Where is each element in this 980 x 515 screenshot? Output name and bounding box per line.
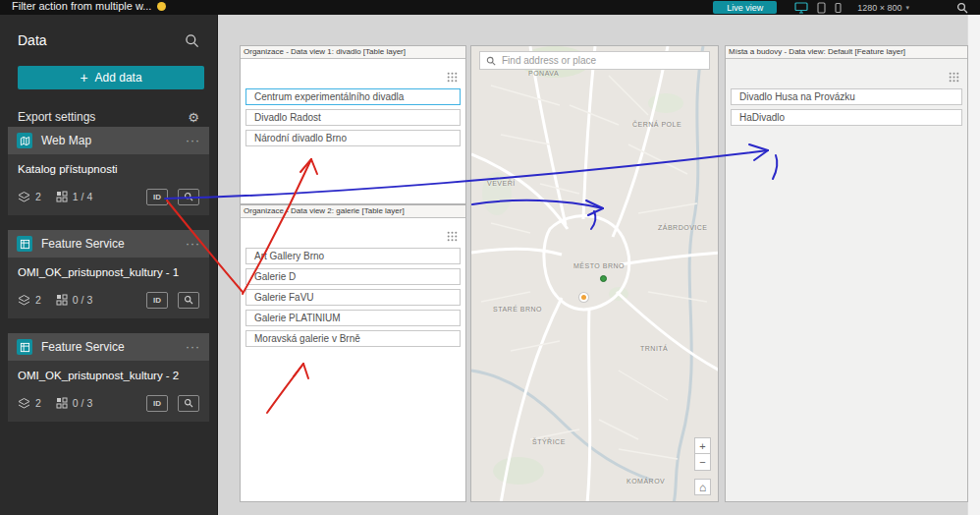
widget-label: Organizace - Data view 1: divadlo [Table… xyxy=(241,46,465,59)
data-source-title: OMI_OK_pristupnost_kultury - 2 xyxy=(18,370,199,381)
list-item[interactable]: HaDivadlo xyxy=(731,109,962,126)
data-card-header[interactable]: Feature Service ··· xyxy=(8,230,209,258)
grid-dots-icon xyxy=(949,69,959,86)
selection-count: 0 / 3 xyxy=(73,294,92,306)
layers-icon xyxy=(18,294,30,307)
list-item[interactable]: Divadlo Radost xyxy=(245,109,461,126)
more-options-button[interactable]: ··· xyxy=(186,340,200,354)
selection-icon xyxy=(56,191,68,202)
resolution-select[interactable]: 1280 × 800 ▾ xyxy=(857,3,909,13)
list-item[interactable]: Národní divadlo Brno xyxy=(245,130,461,146)
map-label: ŠTÝŘICE xyxy=(532,438,566,445)
data-card-feature-2: Feature Service ··· OMI_OK_pristupnost_k… xyxy=(8,333,209,422)
data-card-header[interactable]: Feature Service ··· xyxy=(8,333,209,361)
map-search-box[interactable] xyxy=(479,51,710,70)
zoom-out-button[interactable]: − xyxy=(694,454,711,471)
data-panel: Data + Add data Export settings ⚙ Web Ma… xyxy=(0,15,218,515)
data-type-label: Feature Service xyxy=(41,237,186,251)
data-type-label: Web Map xyxy=(41,134,186,147)
resolution-value: 1280 × 800 xyxy=(857,3,901,13)
zoom-to-data-button[interactable] xyxy=(178,189,199,205)
smiley-icon xyxy=(157,2,166,11)
webmap-icon xyxy=(17,133,32,148)
feature-service-icon xyxy=(17,236,32,252)
home-button[interactable]: ⌂ xyxy=(694,479,711,495)
caret-down-icon: ▾ xyxy=(905,4,909,12)
page-title: Filter action from multiple w... xyxy=(12,0,151,12)
live-view-label: Live view xyxy=(727,3,763,13)
list-item[interactable]: Divadlo Husa na Provázku xyxy=(731,88,962,105)
map-search-input[interactable] xyxy=(502,55,703,66)
zoom-to-data-button[interactable] xyxy=(178,292,199,309)
layers-icon xyxy=(18,397,30,410)
add-data-label: Add data xyxy=(95,71,142,85)
map-label: VEVEŘÍ xyxy=(487,180,516,187)
list-item[interactable]: Galerie FaVU xyxy=(245,289,461,306)
map-label: KOMÁROV xyxy=(626,478,665,485)
grid-dots-icon xyxy=(447,69,458,86)
basemap xyxy=(471,46,719,502)
map-label: ČERNÁ POLE xyxy=(632,121,681,128)
list-widget-galerie: Organizace - Data view 2: galerie [Table… xyxy=(240,204,466,502)
list-item[interactable]: Moravská galerie v Brně xyxy=(245,330,461,347)
selection-icon xyxy=(56,294,68,306)
widget-label: Místa a budovy - Data view: Default [Fea… xyxy=(726,46,967,59)
selection-count: 0 / 3 xyxy=(73,397,92,409)
zoom-in-button[interactable]: + xyxy=(694,437,711,454)
list-item[interactable]: Galerie PLATINIUM xyxy=(245,310,461,326)
layers-icon xyxy=(18,191,30,203)
show-id-button[interactable]: ID xyxy=(146,292,168,309)
more-options-button[interactable]: ··· xyxy=(186,237,200,251)
magnifier-icon xyxy=(184,398,193,408)
data-type-label: Feature Service xyxy=(41,340,186,354)
map-label: MĚSTO BRNO xyxy=(573,262,625,269)
show-id-button[interactable]: ID xyxy=(146,395,168,412)
layers-count: 2 xyxy=(35,294,41,306)
search-icon[interactable] xyxy=(956,2,968,14)
data-source-title: OMI_OK_pristupnost_kultury - 1 xyxy=(18,266,199,278)
live-view-button[interactable]: Live view xyxy=(713,1,777,14)
list-widget-mista: Místa a budovy - Data view: Default [Fea… xyxy=(725,45,968,502)
magnifier-icon xyxy=(184,295,193,305)
tablet-icon[interactable] xyxy=(817,2,826,14)
selection-icon xyxy=(56,397,68,409)
list-item[interactable]: Art Gallery Brno xyxy=(245,248,461,264)
map-marker-selected[interactable] xyxy=(579,293,588,302)
magnifier-icon xyxy=(184,192,193,201)
map-label: ZÁBRDOVICE xyxy=(658,224,708,231)
desktop-icon[interactable] xyxy=(794,2,808,14)
selection-count: 1 / 4 xyxy=(73,191,92,202)
zoom-to-data-button[interactable] xyxy=(178,395,199,412)
canvas-gutter xyxy=(967,15,980,515)
map-label: PONAVA xyxy=(528,70,559,77)
data-card-webmap: Web Map ··· Katalog přístupnosti 2 1 / 4 xyxy=(8,127,209,215)
widget-label: Organizace - Data view 2: galerie [Table… xyxy=(241,205,465,218)
panel-title: Data xyxy=(18,32,47,48)
map-marker-green[interactable] xyxy=(600,275,607,282)
app-canvas: Organizace - Data view 1: divadlo [Table… xyxy=(219,15,980,515)
plus-icon: + xyxy=(80,72,87,84)
list-item[interactable]: Centrum experimentálního divadla xyxy=(245,88,461,105)
phone-icon[interactable] xyxy=(835,2,842,14)
gear-icon[interactable]: ⚙ xyxy=(188,110,199,125)
search-icon[interactable] xyxy=(185,33,199,48)
grid-dots-icon xyxy=(447,228,458,246)
layers-count: 2 xyxy=(35,191,41,202)
data-card-feature-1: Feature Service ··· OMI_OK_pristupnost_k… xyxy=(8,230,209,318)
list-item[interactable]: Galerie D xyxy=(245,268,461,285)
data-source-title: Katalog přístupnosti xyxy=(18,163,199,175)
search-icon xyxy=(486,56,496,66)
add-data-button[interactable]: + Add data xyxy=(18,66,204,89)
topbar: Filter action from multiple w... Live vi… xyxy=(0,0,980,15)
map-label: STARÉ BRNO xyxy=(493,306,542,313)
layers-count: 2 xyxy=(35,397,41,409)
export-settings-label: Export settings xyxy=(18,110,95,124)
data-card-header[interactable]: Web Map ··· xyxy=(8,127,209,154)
list-widget-divadlo: Organizace - Data view 1: divadlo [Table… xyxy=(240,45,466,204)
map-label: TRNITÁ xyxy=(640,345,668,352)
feature-service-icon xyxy=(17,339,32,355)
map-widget[interactable]: PONAVA ČERNÁ POLE VEVEŘÍ ZÁBRDOVICE MĚST… xyxy=(470,45,719,502)
more-options-button[interactable]: ··· xyxy=(186,134,200,147)
show-id-button[interactable]: ID xyxy=(146,189,168,205)
